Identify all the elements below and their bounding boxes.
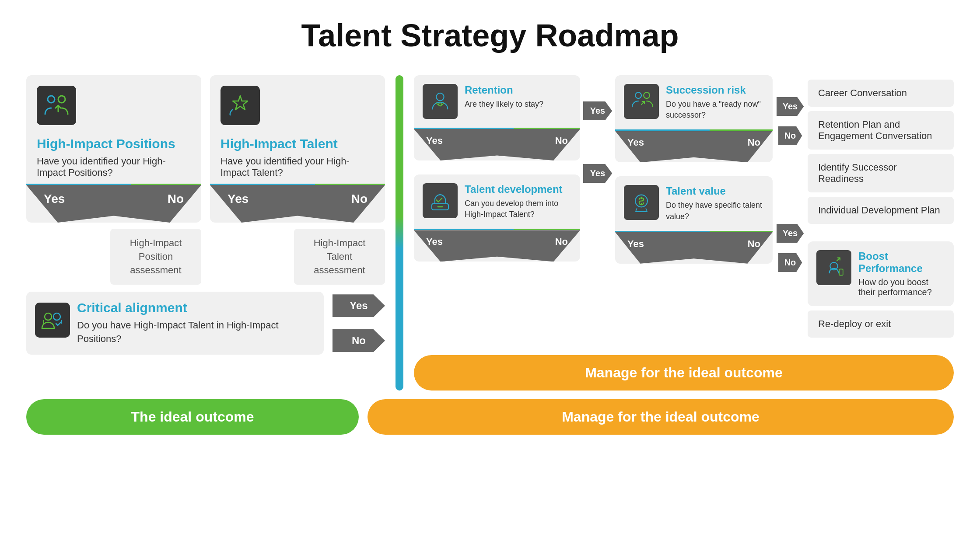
boost-card: Boost Performance How do you boost their… bbox=[808, 241, 954, 306]
panel-right: Retention Are they likely to stay? Yes N… bbox=[414, 75, 954, 391]
retention-card: Retention Are they likely to stay? Yes N… bbox=[414, 75, 580, 160]
career-conv-item: Career Conversation bbox=[808, 80, 954, 107]
svg-point-1 bbox=[58, 96, 65, 103]
mid-connectors: Yes Yes bbox=[580, 75, 615, 183]
page: Talent Strategy Roadmap bbox=[0, 0, 980, 551]
positions-title: High-Impact Positions bbox=[37, 136, 191, 151]
retention-body: Retention Are they likely to stay? bbox=[414, 75, 580, 128]
succession-body: Succession risk Do you have a "ready now… bbox=[615, 75, 773, 129]
critical-desc: Do you have High-Impact Talent in High-I… bbox=[77, 319, 315, 346]
outcomes-col: Career Conversation Retention Plan and E… bbox=[808, 75, 954, 338]
talent-dev-desc: Can you develop them into High-Impact Ta… bbox=[465, 198, 571, 220]
critical-title: Critical alignment bbox=[77, 300, 315, 315]
svg-point-7 bbox=[439, 103, 442, 106]
talent-divider bbox=[210, 184, 385, 185]
talent-title: High-Impact Talent bbox=[220, 136, 374, 151]
succession-yn: Yes No bbox=[615, 131, 773, 162]
boost-title: Boost Performance bbox=[858, 250, 945, 275]
retention-no: No bbox=[555, 135, 568, 146]
val-no: No bbox=[778, 253, 802, 272]
svg-point-2 bbox=[45, 313, 52, 320]
right-connectors: Yes No Yes No bbox=[773, 75, 808, 272]
positions-divider bbox=[26, 184, 201, 185]
talent-yes-label: Yes bbox=[228, 192, 248, 206]
positions-icon bbox=[37, 86, 191, 131]
boost-icon bbox=[816, 250, 851, 285]
critical-text: Critical alignment Do you have High-Impa… bbox=[77, 300, 315, 346]
high-impact-talent-card: High-Impact Talent Have you identified y… bbox=[210, 75, 385, 223]
assessment-row: High-Impact Position assessment High-Imp… bbox=[26, 229, 385, 285]
retention-icon bbox=[423, 84, 458, 119]
positions-assessment-box: High-Impact Position assessment bbox=[110, 229, 201, 285]
retention-yes: Yes bbox=[426, 135, 443, 146]
talent-no-label: No bbox=[351, 192, 368, 206]
succession-desc: Do you have a "ready now" successor? bbox=[666, 99, 764, 121]
boost-text: Boost Performance How do you boost their… bbox=[858, 250, 945, 297]
talent-value-yn: Yes No bbox=[615, 232, 773, 264]
talent-value-title: Talent value bbox=[666, 185, 764, 197]
talent-dev-yes: Yes bbox=[426, 236, 443, 248]
main-diagram: High-Impact Positions Have you identifie… bbox=[26, 75, 954, 391]
right-main-row: Retention Are they likely to stay? Yes N… bbox=[414, 75, 954, 338]
critical-alignment-card: Critical alignment Do you have High-Impa… bbox=[26, 292, 324, 355]
retention-line bbox=[414, 128, 580, 129]
svg-point-9 bbox=[635, 92, 641, 98]
succession-no: No bbox=[748, 137, 760, 148]
top-cards-row: High-Impact Positions Have you identifie… bbox=[26, 75, 385, 223]
talent-dev-card: Talent development Can you develop them … bbox=[414, 174, 580, 262]
right-conn-top: Yes No bbox=[777, 97, 804, 145]
talent-value-yes: Yes bbox=[627, 238, 644, 250]
talent-value-desc: Do they have specific talent value? bbox=[666, 200, 764, 222]
retention-title: Retention bbox=[465, 84, 543, 96]
bottom-bars: Manage for the ideal outcome bbox=[414, 355, 954, 391]
svg-point-3 bbox=[53, 313, 60, 320]
talent-value-line bbox=[615, 231, 773, 232]
assess-mid-spacer bbox=[210, 229, 285, 285]
talent-assessment-box: High-Impact Talent assessment bbox=[294, 229, 385, 285]
manage-bar-2: Manage for the ideal outcome bbox=[368, 399, 954, 435]
center-divider bbox=[396, 75, 403, 391]
retention-yn: Yes No bbox=[414, 129, 580, 160]
successor-readiness-item: Identify Successor Readiness bbox=[808, 154, 954, 192]
retention-content: Retention Are they likely to stay? bbox=[465, 84, 543, 110]
succ-no: No bbox=[778, 126, 802, 145]
footer-bars: The ideal outcome Manage for the ideal o… bbox=[26, 399, 954, 435]
critical-icon bbox=[35, 303, 70, 338]
svg-point-0 bbox=[48, 96, 55, 103]
succession-content: Succession risk Do you have a "ready now… bbox=[666, 84, 764, 121]
panel-left: High-Impact Positions Have you identifie… bbox=[26, 75, 385, 355]
talent-icon bbox=[220, 86, 374, 131]
high-impact-positions-card: High-Impact Positions Have you identifie… bbox=[26, 75, 201, 223]
talent-value-body: Talent value Do they have specific talen… bbox=[615, 176, 773, 230]
talent-dev-line bbox=[414, 229, 580, 230]
val-yes: Yes bbox=[777, 224, 804, 243]
talent-value-no: No bbox=[748, 238, 760, 250]
page-title: Talent Strategy Roadmap bbox=[301, 17, 679, 53]
positions-yes-label: Yes bbox=[44, 192, 65, 206]
talent-value-content: Talent value Do they have specific talen… bbox=[666, 185, 764, 222]
talent-value-icon bbox=[624, 185, 659, 220]
succession-risk-card: Succession risk Do you have a "ready now… bbox=[615, 75, 773, 162]
succ-yes: Yes bbox=[777, 97, 804, 116]
succ-col: Succession risk Do you have a "ready now… bbox=[615, 75, 773, 264]
critical-yn-col: Yes No bbox=[332, 292, 385, 355]
talent-dev-yn: Yes No bbox=[414, 230, 580, 262]
svg-point-6 bbox=[436, 93, 444, 101]
positions-desc: Have you identified your High-Impact Pos… bbox=[37, 156, 191, 178]
talent-desc: Have you identified your High-Impact Tal… bbox=[220, 156, 374, 178]
boost-desc: How do you boost their performance? bbox=[858, 277, 945, 297]
critical-alignment-row: Critical alignment Do you have High-Impa… bbox=[26, 292, 385, 355]
critical-no: No bbox=[332, 329, 385, 352]
manage-bar: Manage for the ideal outcome bbox=[414, 355, 954, 391]
flow-yes-1: Yes bbox=[583, 101, 612, 120]
talent-dev-icon bbox=[423, 183, 458, 218]
talent-dev-title: Talent development bbox=[465, 183, 571, 195]
retention-plan-item: Retention Plan and Engagement Conversati… bbox=[808, 111, 954, 150]
redeploy-item: Re-deploy or exit bbox=[808, 310, 954, 338]
svg-rect-13 bbox=[839, 269, 843, 275]
assess-left-spacer bbox=[26, 229, 102, 285]
positions-no-label: No bbox=[168, 192, 184, 206]
right-conn-bot: Yes No bbox=[777, 224, 804, 272]
flow-col: Retention Are they likely to stay? Yes N… bbox=[414, 75, 580, 262]
flow-yes-2: Yes bbox=[583, 164, 612, 183]
